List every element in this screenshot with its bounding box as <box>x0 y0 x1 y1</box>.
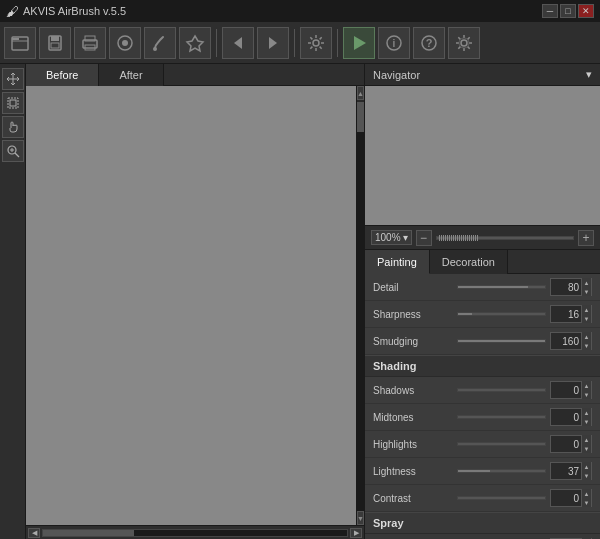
smudging-spinners: ▲ ▼ <box>581 332 591 350</box>
lightness-slider[interactable] <box>457 469 546 473</box>
zoom-slider[interactable] <box>436 236 574 240</box>
help-btn[interactable]: ? <box>413 27 445 59</box>
hand-tool[interactable] <box>2 116 24 138</box>
midtones-slider[interactable] <box>457 415 546 419</box>
highlights-slider[interactable] <box>457 442 546 446</box>
navigator-dropdown-icon[interactable]: ▾ <box>586 68 592 81</box>
brush-btn[interactable] <box>144 27 176 59</box>
maximize-button[interactable]: □ <box>560 4 576 18</box>
shadows-slider-container <box>457 388 546 392</box>
shadows-spin-up[interactable]: ▲ <box>581 381 591 390</box>
lightness-spin-down[interactable]: ▼ <box>581 471 591 480</box>
svg-text:i: i <box>393 38 396 49</box>
back-btn[interactable] <box>222 27 254 59</box>
scroll-left-btn[interactable]: ◀ <box>28 528 40 538</box>
scroll-right-btn[interactable]: ▶ <box>350 528 362 538</box>
zoom-level-label[interactable]: 100% ▾ <box>371 230 412 245</box>
zoom-tick <box>473 235 474 241</box>
svg-point-19 <box>461 40 467 46</box>
detail-slider[interactable] <box>457 285 546 289</box>
contrast-slider[interactable] <box>457 496 546 500</box>
navigator-preview[interactable] <box>365 86 600 226</box>
shadows-spin-down[interactable]: ▼ <box>581 390 591 399</box>
contrast-spin-up[interactable]: ▲ <box>581 489 591 498</box>
zoom-tick <box>457 235 458 241</box>
midtones-spin-down[interactable]: ▼ <box>581 417 591 426</box>
vertical-scrollbar[interactable]: ▲ ▼ <box>356 86 364 525</box>
smudging-slider[interactable] <box>457 339 546 343</box>
prefs-btn[interactable] <box>448 27 480 59</box>
smudging-slider-fill <box>458 340 545 342</box>
zoom-tick <box>477 235 478 241</box>
toolbar-separator-2 <box>294 29 295 57</box>
tool2-btn[interactable] <box>179 27 211 59</box>
contrast-row: Contrast 0 ▲ ▼ <box>365 485 600 512</box>
shadows-value: 0 <box>551 385 581 396</box>
titlebar-left: 🖌 AKVIS AirBrush v.5.5 <box>6 4 126 19</box>
contrast-value: 0 <box>551 493 581 504</box>
print-btn[interactable] <box>74 27 106 59</box>
zoom-tick <box>455 235 456 241</box>
sharpness-spin-down[interactable]: ▼ <box>581 314 591 323</box>
scroll-track[interactable] <box>357 102 364 513</box>
sharpness-spin-up[interactable]: ▲ <box>581 305 591 314</box>
smudging-spin-up[interactable]: ▲ <box>581 332 591 341</box>
crop-tool[interactable] <box>2 92 24 114</box>
smudging-row: Smudging 160 ▲ ▼ <box>365 328 600 355</box>
hscroll-track[interactable] <box>42 529 348 537</box>
app-icon: 🖌 <box>6 4 19 19</box>
detail-slider-fill <box>458 286 528 288</box>
zoom-tick <box>453 235 454 241</box>
smudging-slider-container <box>457 339 546 343</box>
tab-before[interactable]: Before <box>26 64 99 86</box>
detail-spin-up[interactable]: ▲ <box>581 278 591 287</box>
lightness-slider-container <box>457 469 546 473</box>
svg-line-24 <box>15 153 19 157</box>
shadows-value-box: 0 ▲ ▼ <box>550 381 592 399</box>
highlights-value-box: 0 ▲ ▼ <box>550 435 592 453</box>
open-file-btn[interactable] <box>4 27 36 59</box>
scroll-thumb[interactable] <box>357 102 364 132</box>
svg-text:?: ? <box>426 37 433 49</box>
midtones-spin-up[interactable]: ▲ <box>581 408 591 417</box>
close-button[interactable]: ✕ <box>578 4 594 18</box>
forward-btn[interactable] <box>257 27 289 59</box>
midtones-row: Midtones 0 ▲ ▼ <box>365 404 600 431</box>
hscroll-thumb <box>43 530 134 536</box>
highlights-spinners: ▲ ▼ <box>581 435 591 453</box>
smudging-label: Smudging <box>373 336 453 347</box>
scroll-up-btn[interactable]: ▲ <box>357 86 364 100</box>
sharpness-slider[interactable] <box>457 312 546 316</box>
contrast-spin-down[interactable]: ▼ <box>581 498 591 507</box>
save-btn[interactable] <box>39 27 71 59</box>
zoom-tool[interactable] <box>2 140 24 162</box>
batch-btn[interactable] <box>109 27 141 59</box>
info-btn[interactable]: i <box>378 27 410 59</box>
tab-painting[interactable]: Painting <box>365 250 430 274</box>
scroll-down-btn[interactable]: ▼ <box>357 511 364 525</box>
detail-spin-down[interactable]: ▼ <box>581 287 591 296</box>
zoom-minus-btn[interactable]: − <box>416 230 432 246</box>
shadows-slider[interactable] <box>457 388 546 392</box>
minimize-button[interactable]: ─ <box>542 4 558 18</box>
lightness-spin-up[interactable]: ▲ <box>581 462 591 471</box>
lightness-row: Lightness 37 ▲ ▼ <box>365 458 600 485</box>
svg-marker-12 <box>269 37 277 49</box>
navigator-title: Navigator <box>373 69 420 81</box>
settings-btn[interactable] <box>300 27 332 59</box>
highlights-spin-up[interactable]: ▲ <box>581 435 591 444</box>
tab-after[interactable]: After <box>99 64 163 86</box>
move-tool[interactable] <box>2 68 24 90</box>
highlights-spin-down[interactable]: ▼ <box>581 444 591 453</box>
midtones-spinners: ▲ ▼ <box>581 408 591 426</box>
smudging-spin-down[interactable]: ▼ <box>581 341 591 350</box>
zoom-tick <box>445 235 446 241</box>
zoom-tick <box>469 235 470 241</box>
play-btn[interactable] <box>343 27 375 59</box>
tab-decoration[interactable]: Decoration <box>430 250 508 274</box>
midtones-label: Midtones <box>373 412 453 423</box>
canvas-content[interactable]: ▲ ▼ <box>26 86 364 525</box>
zoom-plus-btn[interactable]: + <box>578 230 594 246</box>
zoom-dropdown-icon: ▾ <box>403 232 408 243</box>
zoom-tick <box>467 235 468 241</box>
